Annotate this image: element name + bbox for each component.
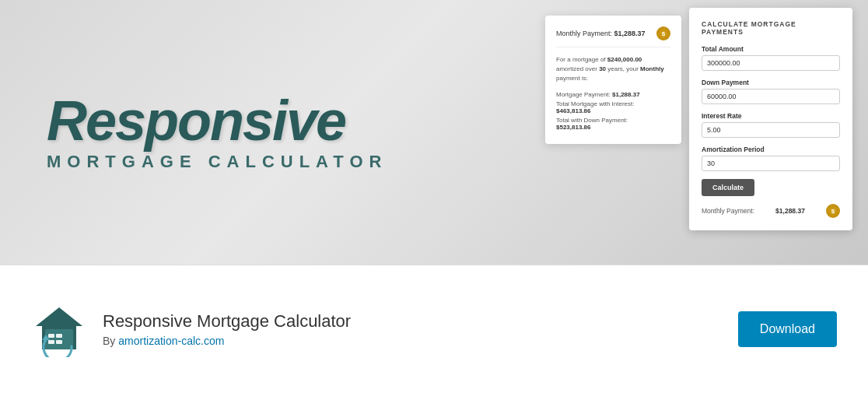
mortgage-payment-line: Mortgage Payment: $1,288.37 [556,91,670,98]
page-wrapper: Responsive Mortgage Calculator Monthly P… [0,0,868,393]
plugin-icon [31,301,87,357]
mortgage-amount: $240,000.00 [607,56,642,63]
amortization-input[interactable] [702,156,840,171]
small-monthly-label-text: Monthly Payment: [556,30,612,37]
interest-rate-label: Interest Rate [702,112,840,120]
large-widget-title: Calculate Mortgage Payments [702,20,840,36]
total-down-value: $523,813.86 [556,124,591,131]
total-mortgage-line: Total Mortgage with Interest: $463,813.8… [556,100,670,114]
logo-subtitle-text: Mortgage Calculator [47,152,387,172]
mortgage-years: 30 [599,65,606,72]
small-monthly-label: Monthly Payment: $1,288.37 [556,30,646,37]
large-monthly-label: Monthly Payment: [702,207,754,215]
interest-rate-input[interactable] [702,122,840,138]
svg-rect-3 [56,334,62,338]
total-mortgage-label: Total Mortgage with Interest: [556,100,635,107]
calculate-button[interactable]: Calculate [702,179,754,196]
large-coin-icon: $ [826,204,840,218]
logo-area: Responsive Mortgage Calculator [47,93,387,172]
small-widget-header: Monthly Payment: $1,288.37 $ [556,26,670,47]
total-amount-label: Total Amount [702,45,840,53]
total-mortgage-value: $463,813.86 [556,107,591,114]
large-preview-widget: Calculate Mortgage Payments Total Amount… [689,8,852,230]
svg-rect-2 [48,334,54,338]
svg-rect-5 [56,340,62,344]
small-widget-body: For a mortgage of $240,000.00 amortized … [556,55,670,83]
mortgage-payment-value: $1,288.37 [612,91,640,98]
download-button[interactable]: Download [738,311,837,347]
down-payment-input[interactable] [702,89,840,104]
plugin-by: By amortization-calc.com [103,335,351,347]
small-monthly-value: $1,288.37 [614,30,646,37]
plugin-name: Responsive Mortgage Calculator [103,311,351,332]
plugin-left-section: Responsive Mortgage Calculator By amorti… [31,301,351,357]
payment-frequency: Monthly [640,65,664,72]
svg-rect-1 [45,329,73,349]
plugin-info-bar: Responsive Mortgage Calculator By amorti… [0,265,868,393]
total-amount-input[interactable] [702,55,840,71]
small-preview-widget: Monthly Payment: $1,288.37 $ For a mortg… [545,16,681,144]
coin-icon: $ [656,26,670,40]
author-link[interactable]: amortization-calc.com [118,335,224,347]
down-payment-label: Down Payment [702,79,840,86]
large-monthly-payment: Monthly Payment: $1,288.37 $ [702,204,840,218]
house-calculator-icon [31,301,87,357]
total-amount-field: Total Amount [702,45,840,71]
interest-rate-field: Interest Rate [702,112,840,138]
preview-banner: Responsive Mortgage Calculator Monthly P… [0,0,868,265]
total-down-line: Total with Down Payment: $523,813.86 [556,117,670,131]
plugin-text-section: Responsive Mortgage Calculator By amorti… [103,311,351,347]
total-down-label: Total with Down Payment: [556,117,628,124]
by-text: By [103,335,115,347]
logo-responsive-text: Responsive [47,93,345,149]
svg-rect-4 [48,340,54,344]
amortization-label: Amortization Period [702,146,840,153]
down-payment-field: Down Payment [702,79,840,104]
large-monthly-value: $1,288.37 [775,207,805,215]
amortization-field: Amortization Period [702,146,840,171]
mortgage-payment-label: Mortgage Payment: [556,91,611,98]
